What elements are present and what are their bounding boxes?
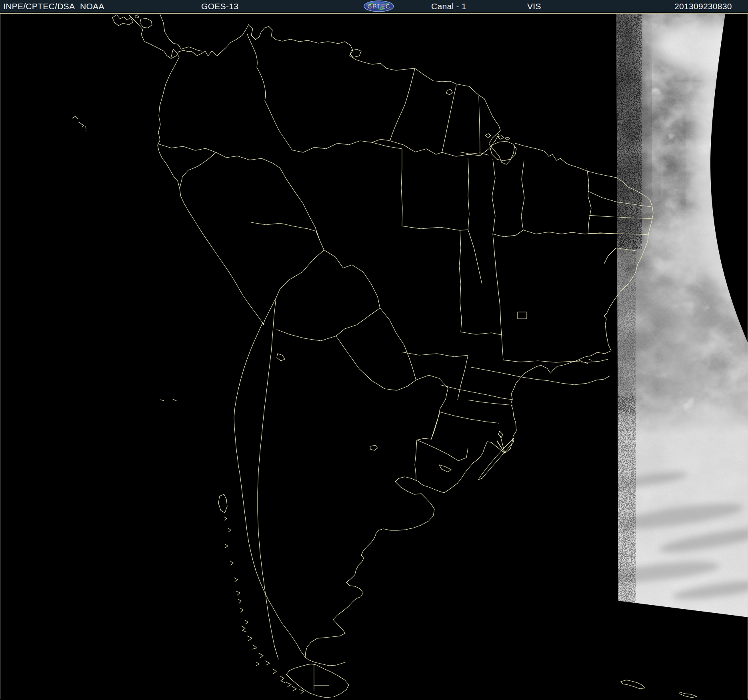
logo-text: CPTEC	[367, 3, 390, 10]
agency-label: INPE/CPTEC/DSA	[3, 2, 75, 11]
channel-label: Canal - 1	[431, 2, 466, 11]
timestamp-label: 201309230830	[674, 2, 732, 11]
title-bar: INPE/CPTEC/DSA NOAA GOES-13 CPTEC Canal …	[0, 0, 748, 12]
noaa-label: NOAA	[80, 2, 104, 11]
band-bottom-night	[618, 601, 748, 699]
cptec-logo: CPTEC	[363, 0, 394, 12]
screenshot-root: { "header": { "agency": "INPE/CPTEC/DSA"…	[0, 0, 748, 700]
satellite-image	[0, 0, 748, 700]
satellite-label: GOES-13	[201, 2, 238, 11]
daylight-cloud-band	[600, 0, 748, 618]
band-label: VIS	[527, 2, 541, 11]
